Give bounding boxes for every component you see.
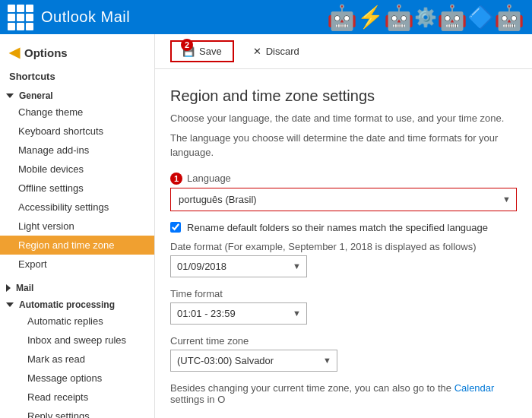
sidebar-item-shortcuts[interactable]: Shortcuts: [0, 67, 154, 86]
main-layout: ◀ Options Shortcuts General Change theme…: [0, 34, 532, 418]
calendar-link[interactable]: Calendar: [454, 382, 495, 394]
sidebar-item-mark-read[interactable]: Mark as read: [0, 350, 154, 369]
sidebar-item-mobile-devices[interactable]: Mobile devices: [0, 160, 154, 179]
header-banner: 🤖 ⚡ 🤖 ⚙️ 🤖 🔷 🤖: [138, 0, 524, 34]
date-format-label: Date format (For example, September 1, 2…: [170, 241, 517, 252]
sidebar-item-export[interactable]: Export: [0, 255, 154, 274]
back-icon[interactable]: ◀: [9, 44, 20, 61]
content-area: 2 💾 Save ✕ Discard Region and time zone …: [155, 34, 532, 418]
sidebar-item-keyboard-shortcuts[interactable]: Keyboard shortcuts: [0, 122, 154, 141]
sidebar-item-read-receipts[interactable]: Read receipts: [0, 388, 154, 407]
sidebar-item-light-version[interactable]: Light version: [0, 217, 154, 236]
rename-folders-row: Rename default folders so their names ma…: [170, 222, 517, 233]
options-header: ◀ Options: [0, 38, 154, 67]
rename-folders-checkbox[interactable]: [170, 222, 181, 233]
app-grid-button[interactable]: [8, 5, 33, 30]
options-label: Options: [24, 46, 68, 59]
date-format-field-group: Date format (For example, September 1, 2…: [170, 241, 517, 277]
timezone-label: Current time zone: [170, 335, 517, 347]
save-button[interactable]: 💾 Save: [170, 40, 234, 62]
auto-processing-section: Automatic processing: [0, 295, 154, 312]
time-format-label: Time format: [170, 288, 517, 299]
step1-badge: 1: [170, 173, 182, 185]
sidebar-item-reply-settings[interactable]: Reply settings: [0, 407, 154, 418]
sidebar-item-region-time[interactable]: Region and time zone: [0, 236, 154, 255]
date-format-select-wrapper: 01/09/2018 ▼: [170, 255, 307, 277]
save-button-wrapper: 2 💾 Save: [170, 40, 234, 62]
step2-badge: 2: [181, 39, 193, 51]
description-line1: Choose your language, the date and time …: [170, 111, 517, 126]
time-format-field-group: Time format 01:01 - 23:59 ▼: [170, 288, 517, 325]
collapse-mail-icon: [6, 284, 11, 292]
discard-icon: ✕: [253, 46, 261, 57]
collapse-auto-icon: [6, 302, 14, 307]
language-select-wrapper: português (Brasil) ▼: [170, 188, 517, 211]
language-label: 1 Language: [170, 173, 517, 185]
mail-section: Mail: [0, 278, 154, 295]
timezone-select[interactable]: (UTC-03:00) Salvador: [170, 350, 337, 372]
sidebar: ◀ Options Shortcuts General Change theme…: [0, 34, 155, 418]
collapse-icon: [6, 93, 14, 98]
sidebar-item-inbox-rules[interactable]: Inbox and sweep rules: [0, 331, 154, 350]
general-section: General: [0, 86, 154, 103]
sidebar-item-change-theme[interactable]: Change theme: [0, 103, 154, 122]
time-format-select-wrapper: 01:01 - 23:59 ▼: [170, 302, 307, 325]
save-label: Save: [199, 46, 222, 57]
language-select[interactable]: português (Brasil): [170, 188, 517, 211]
page-title: Region and time zone settings: [170, 87, 517, 105]
sidebar-item-auto-replies[interactable]: Automatic replies: [0, 312, 154, 331]
date-format-select[interactable]: 01/09/2018: [170, 255, 307, 277]
time-format-select[interactable]: 01:01 - 23:59: [170, 302, 307, 325]
rename-folders-label: Rename default folders so their names ma…: [187, 222, 488, 233]
sidebar-item-manage-addins[interactable]: Manage add-ins: [0, 141, 154, 160]
description-line2: The language you choose will determine t…: [170, 131, 517, 160]
language-field-group: 1 Language português (Brasil) ▼: [170, 173, 517, 211]
discard-label: Discard: [266, 46, 299, 57]
toolbar: 2 💾 Save ✕ Discard: [155, 34, 532, 69]
sidebar-item-accessibility[interactable]: Accessibility settings: [0, 198, 154, 217]
bottom-text-suffix: settings in O: [170, 394, 225, 405]
discard-button[interactable]: ✕ Discard: [242, 41, 311, 62]
app-header: Outlook Mail 🤖 ⚡ 🤖 ⚙️ 🤖 🔷 🤖: [0, 0, 532, 34]
timezone-field-group: Current time zone (UTC-03:00) Salvador ▼: [170, 335, 517, 372]
sidebar-item-message-options[interactable]: Message options: [0, 369, 154, 388]
content-body: Region and time zone settings Choose you…: [155, 69, 532, 418]
bottom-text: Besides changing your current time zone,…: [170, 382, 517, 405]
bottom-text-prefix: Besides changing your current time zone,…: [170, 382, 454, 394]
timezone-select-wrapper: (UTC-03:00) Salvador ▼: [170, 350, 337, 372]
app-title: Outlook Mail: [41, 8, 130, 26]
sidebar-item-offline-settings[interactable]: Offline settings: [0, 179, 154, 198]
